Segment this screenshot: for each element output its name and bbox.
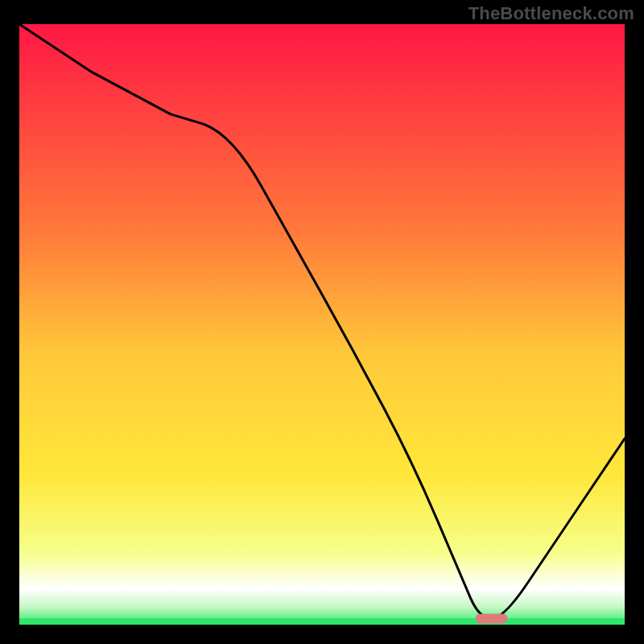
green-floor: [19, 618, 625, 625]
chart-svg: [19, 24, 625, 625]
chart-container: TheBottleneck.com: [0, 0, 644, 644]
gradient-rect: [19, 24, 625, 625]
optimal-marker: [476, 614, 508, 624]
watermark-text: TheBottleneck.com: [469, 3, 634, 24]
plot-area: [19, 24, 625, 625]
